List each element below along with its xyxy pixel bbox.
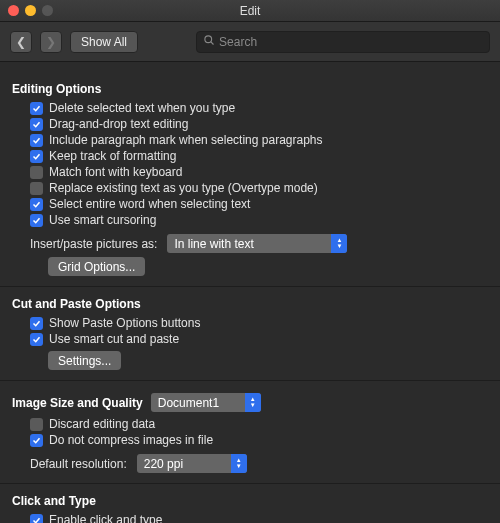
minimize-icon[interactable] — [25, 5, 36, 16]
option-row[interactable]: Discard editing data — [12, 416, 488, 432]
checkbox[interactable] — [30, 118, 43, 131]
option-label: Replace existing text as you type (Overt… — [49, 181, 318, 195]
settings-button[interactable]: Settings... — [48, 351, 121, 370]
chevron-right-icon: ❯ — [46, 35, 56, 49]
toolbar: ❮ ❯ Show All — [0, 22, 500, 62]
forward-button[interactable]: ❯ — [40, 31, 62, 53]
default-resolution-label: Default resolution: — [30, 457, 127, 471]
option-row[interactable]: Do not compress images in file — [12, 432, 488, 448]
insert-pictures-value: In line with text — [174, 237, 253, 251]
option-label: Use smart cut and paste — [49, 332, 179, 346]
close-icon[interactable] — [8, 5, 19, 16]
default-resolution-value: 220 ppi — [144, 457, 183, 471]
chevron-left-icon: ❮ — [16, 35, 26, 49]
option-label: Discard editing data — [49, 417, 155, 431]
checkbox[interactable] — [30, 317, 43, 330]
option-label: Keep track of formatting — [49, 149, 176, 163]
editing-options-list: Delete selected text when you typeDrag-a… — [12, 100, 488, 228]
option-label: Match font with keyboard — [49, 165, 182, 179]
titlebar: Edit — [0, 0, 500, 22]
option-row[interactable]: Match font with keyboard — [12, 164, 488, 180]
back-button[interactable]: ❮ — [10, 31, 32, 53]
option-row[interactable]: Use smart cut and paste — [12, 331, 488, 347]
show-all-button[interactable]: Show All — [70, 31, 138, 53]
image-quality-title: Image Size and Quality — [12, 396, 143, 410]
option-label: Include paragraph mark when selecting pa… — [49, 133, 323, 147]
option-label: Show Paste Options buttons — [49, 316, 200, 330]
zoom-icon[interactable] — [42, 5, 53, 16]
window-controls — [8, 5, 53, 16]
updown-icon: ▲▼ — [331, 234, 347, 253]
search-icon — [203, 34, 215, 49]
search-field[interactable] — [196, 31, 490, 53]
checkbox[interactable] — [30, 198, 43, 211]
option-label: Use smart cursoring — [49, 213, 156, 227]
checkbox[interactable] — [30, 434, 43, 447]
svg-line-1 — [211, 42, 214, 45]
option-row[interactable]: Replace existing text as you type (Overt… — [12, 180, 488, 196]
insert-pictures-label: Insert/paste pictures as: — [30, 237, 157, 251]
option-row[interactable]: Keep track of formatting — [12, 148, 488, 164]
checkbox[interactable] — [30, 166, 43, 179]
cut-paste-list: Show Paste Options buttonsUse smart cut … — [12, 315, 488, 347]
option-row[interactable]: Use smart cursoring — [12, 212, 488, 228]
search-input[interactable] — [219, 35, 483, 49]
checkbox[interactable] — [30, 150, 43, 163]
content: Editing Options Delete selected text whe… — [0, 62, 500, 523]
checkbox[interactable] — [30, 134, 43, 147]
updown-icon: ▲▼ — [245, 393, 261, 412]
default-resolution-select[interactable]: 220 ppi ▲▼ — [137, 454, 247, 473]
option-row[interactable]: Enable click and type — [12, 512, 488, 523]
checkbox[interactable] — [30, 102, 43, 115]
option-row[interactable]: Delete selected text when you type — [12, 100, 488, 116]
cut-paste-title: Cut and Paste Options — [12, 297, 488, 311]
grid-options-button[interactable]: Grid Options... — [48, 257, 145, 276]
checkbox[interactable] — [30, 418, 43, 431]
click-type-title: Click and Type — [12, 494, 488, 508]
option-label: Delete selected text when you type — [49, 101, 235, 115]
click-type-list: Enable click and type — [12, 512, 488, 523]
option-row[interactable]: Select entire word when selecting text — [12, 196, 488, 212]
image-quality-list: Discard editing dataDo not compress imag… — [12, 416, 488, 448]
option-label: Do not compress images in file — [49, 433, 213, 447]
checkbox[interactable] — [30, 333, 43, 346]
option-label: Drag-and-drop text editing — [49, 117, 188, 131]
option-row[interactable]: Include paragraph mark when selecting pa… — [12, 132, 488, 148]
image-quality-doc-value: Document1 — [158, 396, 219, 410]
window-title: Edit — [0, 4, 500, 18]
insert-pictures-select[interactable]: In line with text ▲▼ — [167, 234, 347, 253]
updown-icon: ▲▼ — [231, 454, 247, 473]
editing-title: Editing Options — [12, 82, 488, 96]
option-row[interactable]: Show Paste Options buttons — [12, 315, 488, 331]
image-quality-doc-select[interactable]: Document1 ▲▼ — [151, 393, 261, 412]
checkbox[interactable] — [30, 514, 43, 524]
checkbox[interactable] — [30, 214, 43, 227]
option-label: Select entire word when selecting text — [49, 197, 250, 211]
option-row[interactable]: Drag-and-drop text editing — [12, 116, 488, 132]
checkbox[interactable] — [30, 182, 43, 195]
svg-point-0 — [205, 36, 212, 43]
option-label: Enable click and type — [49, 513, 162, 523]
